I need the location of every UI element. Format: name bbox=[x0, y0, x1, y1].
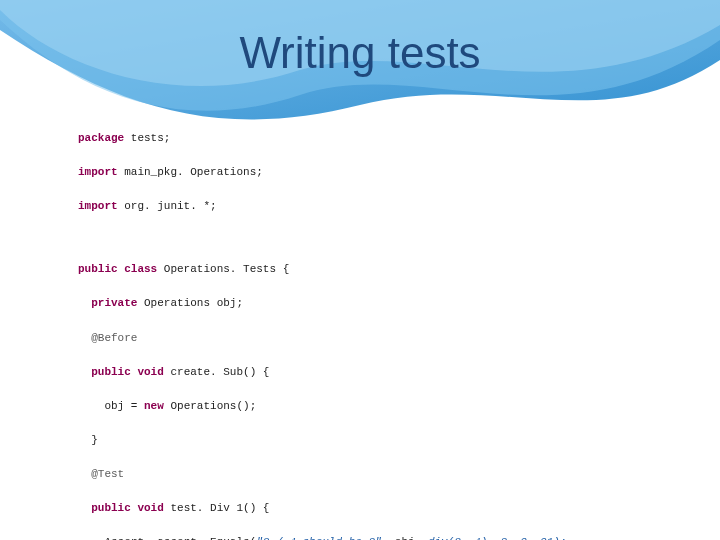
code-keyword: public bbox=[78, 263, 118, 275]
code-text: obj = bbox=[78, 400, 144, 412]
code-keyword: new bbox=[144, 400, 164, 412]
code-annotation: @Before bbox=[78, 332, 137, 344]
code-keyword: private bbox=[78, 297, 137, 309]
code-text: , obj. bbox=[382, 536, 428, 540]
code-keyword: import bbox=[78, 166, 118, 178]
code-keyword: void bbox=[131, 502, 164, 514]
code-text: Operations. Tests { bbox=[157, 263, 289, 275]
code-text: tests; bbox=[124, 132, 170, 144]
code-keyword: import bbox=[78, 200, 118, 212]
code-annotation: @Test bbox=[78, 468, 124, 480]
code-string: "8 / 4 should be 2" bbox=[256, 536, 381, 540]
code-text: Operations(); bbox=[164, 400, 256, 412]
code-text: org. junit. *; bbox=[118, 200, 217, 212]
code-keyword: public bbox=[78, 502, 131, 514]
code-keyword: public bbox=[78, 366, 131, 378]
code-text: create. Sub() { bbox=[164, 366, 270, 378]
code-text: Assert. assert. Equals( bbox=[78, 536, 256, 540]
code-text: Operations obj; bbox=[137, 297, 243, 309]
slide-title: Writing tests bbox=[0, 28, 720, 78]
code-italic: div(8, 4), 2, 0. 01); bbox=[428, 536, 567, 540]
code-text: test. Div 1() { bbox=[164, 502, 270, 514]
code-text: main_pkg. Operations; bbox=[118, 166, 263, 178]
code-keyword: void bbox=[131, 366, 164, 378]
code-text: } bbox=[78, 434, 98, 446]
code-keyword: class bbox=[118, 263, 158, 275]
code-block: package tests; import main_pkg. Operatio… bbox=[78, 113, 680, 540]
code-keyword: package bbox=[78, 132, 124, 144]
